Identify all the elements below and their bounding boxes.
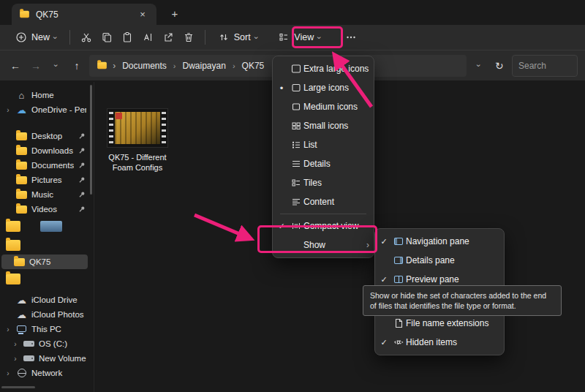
history-chevron-icon[interactable]: › (53, 64, 61, 67)
toolbar-separator (205, 30, 205, 45)
address-dropdown-icon[interactable]: › (475, 64, 483, 67)
up-button[interactable]: ↑ (69, 56, 85, 75)
network-icon (18, 369, 26, 377)
sidebar-item-label: Home (31, 91, 86, 99)
pin-icon (78, 206, 86, 213)
trash-icon (183, 31, 195, 43)
delete-button[interactable] (178, 28, 199, 47)
sidebar-folder-thumbnails (0, 235, 89, 255)
submenu-item-hidden-items[interactable]: ✓ Hidden items (375, 333, 504, 352)
home-icon: ⌂ (15, 90, 28, 101)
expand-chevron-icon[interactable]: › (12, 340, 19, 348)
forward-button[interactable]: → (28, 56, 44, 75)
view-button[interactable]: View › (271, 28, 328, 47)
sidebar-item-label: Music (31, 190, 74, 199)
submenu-item-navigation-pane[interactable]: ✓ Navigation pane (375, 232, 504, 251)
search-input[interactable] (518, 61, 571, 71)
sidebar-item-onedrive[interactable]: › ☁ OneDrive - Personal (0, 102, 89, 117)
rename-button[interactable] (137, 28, 158, 47)
expand-chevron-icon[interactable]: › (4, 325, 12, 333)
sidebar-item-network[interactable]: › Network (0, 366, 89, 380)
sidebar-item-icloud-drive[interactable]: ☁ iCloud Drive (0, 293, 89, 307)
sidebar-item-label: iCloud Photos (31, 310, 86, 319)
folder-icon (6, 240, 20, 251)
sidebar-item-label: Downloads (31, 146, 74, 155)
sidebar-item-pictures[interactable]: Pictures (0, 173, 89, 187)
folder-icon (20, 11, 29, 18)
chevron-right-icon: › (113, 61, 116, 70)
content-icon (290, 196, 302, 208)
back-button[interactable]: ← (7, 56, 23, 75)
sidebar-item-videos[interactable]: Videos (0, 202, 89, 216)
sidebar-item-new-volume-d[interactable]: › New Volume (D:) (0, 351, 89, 366)
explorer-tab[interactable]: QK75 × (12, 4, 156, 25)
more-options-button[interactable] (341, 28, 361, 47)
large-icons-icon (290, 82, 302, 94)
new-button[interactable]: New › (9, 28, 64, 47)
menu-item-show[interactable]: Show › (273, 235, 374, 255)
expand-chevron-icon[interactable]: › (4, 369, 12, 377)
sidebar-item-desktop[interactable]: Desktop (0, 129, 89, 143)
folder-icon (16, 162, 27, 170)
icloud-icon: ☁ (15, 295, 28, 306)
sidebar-item-music[interactable]: Music (0, 187, 89, 202)
folder-icon (16, 176, 27, 184)
share-button[interactable] (158, 28, 178, 47)
sidebar-item-qk75[interactable]: QK75 (1, 255, 88, 269)
folder-icon (6, 274, 20, 284)
file-item[interactable]: QK75 - Different Foam Configs (101, 108, 174, 173)
menu-item-medium-icons[interactable]: Medium icons (273, 97, 374, 116)
folder-icon (16, 132, 27, 140)
sidebar-item-label: iCloud Drive (31, 295, 86, 304)
sidebar-item-os-c[interactable]: › OS (C:) (0, 336, 89, 351)
menu-item-large-icons[interactable]: • Large icons (273, 78, 374, 97)
submenu-item-details-pane[interactable]: Details pane (375, 251, 504, 270)
sidebar-item-downloads[interactable]: Downloads (0, 143, 89, 158)
copy-button[interactable] (97, 28, 117, 47)
breadcrumb-qk75[interactable]: QK75 (241, 59, 266, 72)
sidebar-item-documents[interactable]: Documents (0, 158, 89, 173)
sidebar-item-home[interactable]: ⌂ Home (0, 88, 89, 102)
paste-button[interactable] (117, 28, 137, 47)
menu-item-extra-large-icons[interactable]: Extra large icons (273, 59, 374, 78)
chevron-right-icon: › (173, 61, 176, 70)
drive-icon (23, 341, 34, 347)
file-name: QK75 - Different Foam Configs (101, 152, 174, 173)
tab-close-icon[interactable]: × (136, 9, 149, 20)
breadcrumb-documents[interactable]: Documents (121, 59, 168, 72)
sidebar-item-label: OS (C:) (39, 339, 86, 348)
folder-icon (14, 258, 25, 266)
menu-item-tiles[interactable]: Tiles (273, 173, 374, 192)
cut-button[interactable] (76, 28, 97, 47)
sort-button[interactable]: Sort › (211, 28, 265, 47)
drive-icon (23, 355, 34, 361)
rename-icon (142, 31, 154, 43)
chevron-down-icon: › (51, 36, 59, 39)
menu-item-content[interactable]: Content (273, 192, 374, 211)
expand-chevron-icon[interactable]: › (12, 355, 19, 363)
refresh-button[interactable]: ↻ (491, 56, 507, 75)
file-name-extensions-icon (393, 317, 404, 329)
sidebar-item-this-pc[interactable]: › This PC (0, 322, 89, 336)
menu-item-compact-view[interactable]: ✓ Compact view (273, 216, 374, 235)
menu-item-list[interactable]: List (273, 135, 374, 154)
sidebar-item-icloud-photos[interactable]: ☁ iCloud Photos (0, 307, 89, 322)
file-explorer-window: QK75 × + New › S (0, 0, 585, 392)
search-box[interactable] (512, 55, 578, 77)
breadcrumb-dwaipayan[interactable]: Dwaipayan (181, 59, 227, 72)
more-options-icon (345, 31, 357, 43)
sidebar-scrollbar[interactable] (90, 85, 92, 195)
pin-icon (78, 191, 86, 198)
radio-bullet-icon: • (274, 83, 289, 94)
new-tab-button[interactable]: + (167, 6, 183, 22)
new-button-label: New (31, 32, 50, 42)
expand-chevron-icon[interactable]: › (4, 106, 12, 114)
submenu-item-file-name-extensions[interactable]: File name extensions (375, 314, 504, 333)
check-icon: ✓ (377, 275, 391, 284)
sidebar-item-label: Documents (31, 161, 74, 170)
menu-item-small-icons[interactable]: Small icons (273, 116, 374, 135)
menu-item-details[interactable]: Details (273, 154, 374, 173)
folder-icon (16, 147, 27, 155)
folder-icon (16, 191, 27, 199)
onedrive-cloud-icon: ☁ (15, 105, 28, 116)
